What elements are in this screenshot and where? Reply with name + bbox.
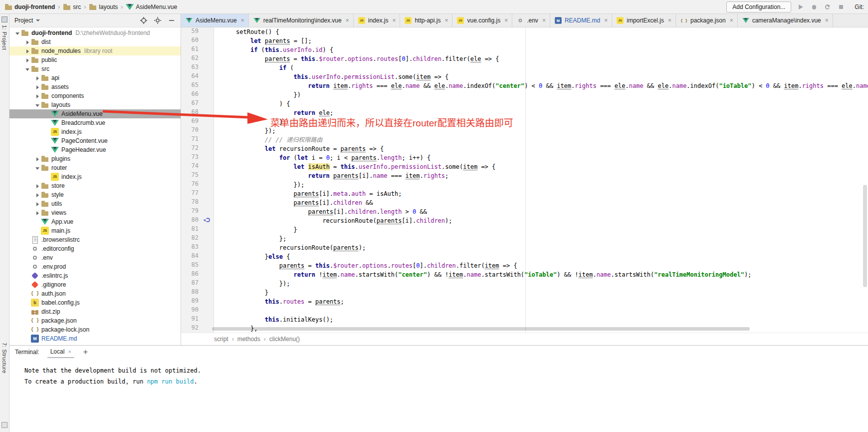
breadcrumb-item[interactable]: script: [214, 336, 228, 343]
code-line[interactable]: return item.rights === ele.name && ele.n…: [214, 81, 868, 90]
chevron-open-icon[interactable]: [34, 165, 41, 171]
editor-tab[interactable]: JSvue.config.js×: [452, 14, 512, 27]
tree-item[interactable]: utils: [9, 199, 181, 208]
tree-item[interactable]: store: [9, 181, 181, 190]
chevron-open-icon[interactable]: [24, 66, 31, 72]
code-line[interactable]: setRoute() {: [214, 27, 868, 36]
code-line[interactable]: this.initialKeys();: [214, 315, 868, 324]
nav-item-duoji-frontend[interactable]: duoji-frontend: [3, 2, 56, 11]
code-line[interactable]: if (this.userInfo.id) {: [214, 45, 868, 54]
tree-item[interactable]: layouts: [9, 100, 181, 109]
code-line[interactable]: // // 递归权限路由: [214, 135, 868, 144]
tree-item[interactable]: api: [9, 73, 181, 82]
code-editor[interactable]: 5960616263646566676869707172737475767778…: [181, 27, 868, 333]
code-line[interactable]: ) {: [214, 99, 868, 108]
tree-item[interactable]: node_moduleslibrary root: [9, 46, 181, 55]
tree-item[interactable]: .editorconfig: [9, 244, 181, 253]
code-line[interactable]: });: [214, 180, 868, 189]
chevron-closed-icon[interactable]: [24, 57, 31, 63]
project-stripe-button[interactable]: 1: Project: [0, 16, 9, 50]
project-view-selector[interactable]: Project: [14, 17, 40, 24]
tree-item[interactable]: PageHeader.vue: [9, 145, 181, 154]
code-line[interactable]: let isAuth = this.userInfo.permissionLis…: [214, 162, 868, 171]
tree-item[interactable]: plugins: [9, 154, 181, 163]
code-line[interactable]: return !item.name.startsWith("center") &…: [214, 270, 868, 279]
breadcrumb-item[interactable]: methods: [237, 336, 260, 343]
code-line[interactable]: [214, 306, 868, 315]
editor-tab[interactable]: .env×: [512, 14, 550, 27]
code-line[interactable]: };: [214, 234, 868, 243]
chevron-closed-icon[interactable]: [34, 75, 41, 81]
code-line[interactable]: parents[i].meta.auth = isAuth;: [214, 189, 868, 198]
tree-item[interactable]: MREADME.md: [9, 334, 181, 343]
code-line[interactable]: recursionRoute(parents);: [214, 243, 868, 252]
editor-tab[interactable]: realTimeMonitoring\index.vue×: [249, 14, 354, 27]
close-icon[interactable]: ×: [504, 17, 508, 24]
chevron-closed-icon[interactable]: [24, 48, 31, 54]
chevron-closed-icon[interactable]: [34, 201, 41, 207]
close-icon[interactable]: ×: [604, 17, 608, 24]
editor-tab[interactable]: cameraManage\index.vue×: [738, 14, 833, 27]
chevron-closed-icon[interactable]: [34, 84, 41, 90]
sync-button[interactable]: [824, 3, 832, 11]
code-line[interactable]: parents[i].children &&: [214, 198, 868, 207]
tree-item[interactable]: .browserslistrc: [9, 235, 181, 244]
recursive-call-icon[interactable]: [206, 218, 210, 222]
tree-item[interactable]: JSindex.js: [9, 127, 181, 136]
code-line[interactable]: }: [214, 225, 868, 234]
tree-item[interactable]: { }package-lock.json: [9, 325, 181, 334]
tree-item[interactable]: views: [9, 208, 181, 217]
code-line[interactable]: }else {: [214, 252, 868, 261]
chevron-open-icon[interactable]: [14, 30, 21, 36]
chevron-closed-icon[interactable]: [24, 39, 31, 45]
tree-item[interactable]: Breadcrumb.vue: [9, 118, 181, 127]
tree-item[interactable]: { }auth.json: [9, 289, 181, 298]
tree-item[interactable]: AsideMenu.vue: [9, 109, 181, 118]
code-line[interactable]: for (let i = 0; i < parents.length; i++)…: [214, 153, 868, 162]
editor-tab[interactable]: AsideMenu.vue×: [181, 14, 249, 27]
structure-stripe-button[interactable]: 7: Structure: [0, 343, 9, 374]
horizontal-scrollbar[interactable]: [212, 327, 750, 331]
tree-item[interactable]: JSmain.js: [9, 226, 181, 235]
code-line[interactable]: }): [214, 90, 868, 99]
close-icon[interactable]: ×: [668, 17, 671, 24]
tree-item[interactable]: { }package.json: [9, 316, 181, 325]
tree-item[interactable]: dist: [9, 37, 181, 46]
close-icon[interactable]: ×: [730, 17, 733, 24]
code-line[interactable]: parents[i].children.length > 0 &&: [214, 207, 868, 216]
code-line[interactable]: recursionRoute(parents[i].children);: [214, 216, 868, 225]
tree-item[interactable]: PageContent.vue: [9, 136, 181, 145]
code-line[interactable]: let parents = [];: [214, 36, 868, 45]
hide-panel-icon[interactable]: [168, 16, 176, 24]
tree-item[interactable]: assets: [9, 82, 181, 91]
code-line[interactable]: parents = this.$router.options.routes[0]…: [214, 54, 868, 63]
chevron-open-icon[interactable]: [34, 102, 41, 108]
close-icon[interactable]: ×: [346, 17, 349, 24]
tree-item[interactable]: components: [9, 91, 181, 100]
editor-tab[interactable]: JShttp-api.js×: [400, 14, 452, 27]
nav-item-asidemenu.vue[interactable]: AsideMenu.vue: [124, 2, 179, 11]
editor-tab[interactable]: { }package.json×: [676, 14, 738, 27]
code-line[interactable]: }: [214, 288, 868, 297]
terminal-output[interactable]: Note that the development build is not o…: [9, 358, 868, 387]
editor-tab[interactable]: MREADME.md×: [550, 14, 612, 27]
code-line[interactable]: this.userInfo.permissionList.some(item =…: [214, 72, 868, 81]
settings-gear-icon[interactable]: [154, 16, 162, 24]
tree-item[interactable]: style: [9, 190, 181, 199]
chevron-closed-icon[interactable]: [34, 156, 41, 162]
git-status-label[interactable]: Git:: [855, 3, 864, 10]
close-icon[interactable]: ×: [68, 349, 71, 355]
code-line[interactable]: let recursionRoute = parents => {: [214, 144, 868, 153]
tree-item[interactable]: duoji-frontendD:\zheheWeb\duoji-frontend: [9, 28, 181, 37]
code-line[interactable]: parents = this.$router.options.routes[0]…: [214, 261, 868, 270]
tree-item[interactable]: .env.prod: [9, 262, 181, 271]
code-line[interactable]: this.routes = parents;: [214, 297, 868, 306]
close-icon[interactable]: ×: [392, 17, 396, 24]
tree-item[interactable]: dist.zip: [9, 307, 181, 316]
code-line[interactable]: return parents[i].name === item.rights;: [214, 171, 868, 180]
tree-item[interactable]: .env: [9, 253, 181, 262]
chevron-closed-icon[interactable]: [34, 93, 41, 99]
tree-item[interactable]: src: [9, 64, 181, 73]
stop-button[interactable]: [837, 3, 845, 11]
add-configuration-button[interactable]: Add Configuration...: [726, 1, 791, 12]
